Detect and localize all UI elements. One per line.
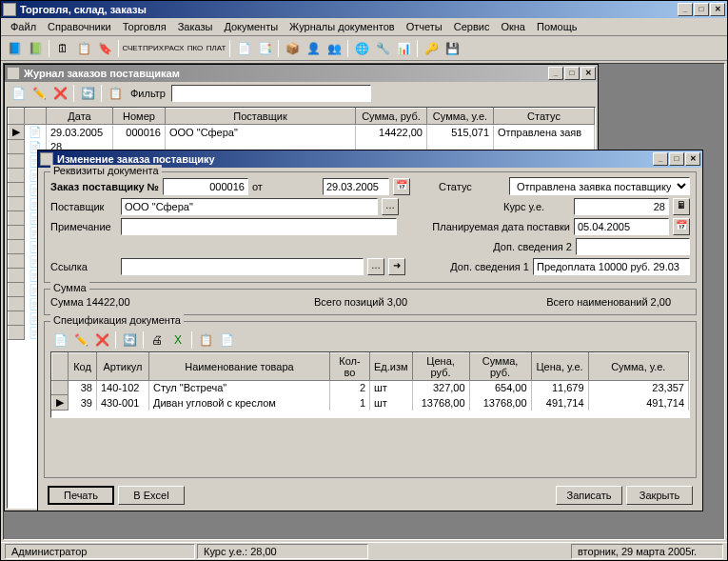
toolbar-btn[interactable]: 🔑 (422, 39, 441, 58)
menu-windows[interactable]: Окна (495, 19, 531, 34)
toolbar-btn[interactable]: 📘 (5, 39, 24, 58)
journal-titlebar: Журнал заказов поставщикам _ □ ✕ (5, 65, 598, 82)
toolbar-btn[interactable]: 🗓 (53, 39, 72, 58)
maximize-button[interactable]: □ (669, 152, 684, 166)
journal-toolbar: 📄 ✏️ ❌ 🔄 📋 Фильтр (5, 82, 598, 105)
positions-value: Всего позиций 3,00 (259, 296, 463, 308)
refresh-icon[interactable]: 🔄 (120, 331, 139, 350)
edit-icon[interactable]: ✏️ (30, 84, 49, 103)
print-icon[interactable]: 🖨 (148, 331, 167, 350)
excel-button[interactable]: В Excel (118, 486, 185, 505)
rate-label: Курс у.е. (503, 201, 570, 212)
note-label: Примечание (50, 221, 117, 232)
info2-input[interactable] (576, 238, 690, 255)
group-label: Сумма (50, 282, 89, 293)
maximize-button[interactable]: □ (694, 3, 709, 16)
status-rate: Курс у.е.: 28,00 (197, 544, 368, 559)
toolbar-btn[interactable]: 🔧 (373, 39, 392, 58)
spec-toolbar: 📄 ✏️ ❌ 🔄 🖨 X 📋 📄 (50, 329, 690, 351)
excel-icon[interactable]: X (168, 331, 187, 350)
menu-documents[interactable]: Документы (218, 19, 284, 34)
edit-icon[interactable]: ✏️ (71, 331, 90, 350)
save-button[interactable]: Записать (556, 486, 622, 505)
new-icon[interactable]: 📄 (9, 84, 28, 103)
minimize-button[interactable]: _ (548, 67, 563, 80)
status-user: Администратор (5, 544, 195, 559)
close-button[interactable]: ✕ (685, 152, 700, 166)
menu-dictionaries[interactable]: Справочники (42, 19, 117, 34)
calendar-icon[interactable]: 📅 (393, 178, 410, 195)
note-input[interactable] (121, 218, 397, 235)
calendar-icon[interactable]: 📅 (673, 218, 690, 235)
goto-icon[interactable]: ➜ (388, 258, 405, 275)
lookup-icon[interactable]: … (382, 198, 399, 215)
new-icon[interactable]: 📄 (50, 331, 69, 350)
toolbar-btn[interactable]: 📗 (26, 39, 45, 58)
toolbar-btn[interactable]: 👥 (325, 39, 344, 58)
rate-input[interactable] (574, 198, 669, 215)
toolbar-btn[interactable]: 👤 (304, 39, 323, 58)
group-label: Спецификация документа (50, 314, 184, 326)
table-row[interactable]: ▶39430-001Диван угловой с креслом1шт1376… (52, 395, 689, 411)
toolbar-btn[interactable]: СЧЕТ (123, 39, 142, 58)
close-button[interactable]: ✕ (580, 67, 596, 80)
menu-journals[interactable]: Журналы документов (284, 19, 401, 34)
menu-trade[interactable]: Торговля (117, 19, 172, 34)
menu-help[interactable]: Помощь (531, 19, 583, 34)
from-label: от (252, 181, 319, 192)
spec-grid[interactable]: Код Артикул Наименование товара Кол-во Е… (50, 351, 690, 418)
toolbar-btn[interactable]: 📊 (394, 39, 413, 58)
toolbar-btn[interactable]: 🌐 (352, 39, 371, 58)
refresh-icon[interactable]: 🔄 (78, 84, 97, 103)
toolbar-btn[interactable]: 📦 (283, 39, 302, 58)
close-button[interactable]: Закрыть (626, 486, 693, 505)
status-select[interactable]: Отправлена заявка поставщику (509, 177, 690, 195)
order-date-input[interactable] (323, 178, 389, 195)
filter-icon[interactable]: 📋 (106, 84, 125, 103)
toolbar-btn[interactable]: 📋 (74, 39, 93, 58)
toolbar-btn[interactable]: 📑 (255, 39, 274, 58)
toolbar-btn[interactable]: РАСХ (165, 39, 184, 58)
menu-reports[interactable]: Отчеты (401, 19, 448, 34)
order-num-input[interactable] (163, 178, 248, 195)
info2-label: Доп. сведения 2 (493, 241, 572, 252)
table-row[interactable]: 38140-102Стул "Встреча"2шт327,00654,0011… (52, 381, 689, 395)
paste-icon[interactable]: 📄 (217, 331, 236, 350)
toolbar-btn[interactable]: ПРИХ (144, 39, 163, 58)
toolbar-btn[interactable]: 🔖 (95, 39, 114, 58)
supplier-input[interactable] (121, 198, 378, 215)
main-titlebar: Торговля, склад, заказы _ □ ✕ (1, 1, 727, 18)
table-row[interactable]: ▶📄29.03.2005000016ООО "Сфера"14422,00515… (9, 125, 595, 140)
main-toolbar: 📘 📗 🗓 📋 🔖 СЧЕТ ПРИХ РАСХ ПКО ПЛАТ 📄 📑 📦 … (1, 36, 727, 61)
info1-input[interactable] (533, 258, 690, 275)
spec-group: Спецификация документа 📄 ✏️ ❌ 🔄 🖨 X 📋 📄 (44, 321, 697, 478)
lookup-icon[interactable]: … (367, 258, 384, 275)
link-label: Ссылка (50, 261, 117, 272)
toolbar-btn[interactable]: ПЛАТ (207, 39, 226, 58)
toolbar-btn[interactable]: ПКО (186, 39, 205, 58)
close-button[interactable]: ✕ (710, 3, 725, 16)
menu-file[interactable]: Файл (5, 19, 42, 34)
delete-icon[interactable]: ❌ (50, 84, 69, 103)
filter-input[interactable] (171, 85, 371, 102)
supplier-label: Поставщик (50, 201, 117, 212)
main-menubar: Файл Справочники Торговля Заказы Докумен… (1, 18, 727, 36)
maximize-button[interactable]: □ (564, 67, 580, 80)
calc-icon[interactable]: 🖩 (673, 198, 690, 215)
status-label: Статус (439, 181, 505, 192)
statusbar: Администратор Курс у.е.: 28,00 вторник, … (1, 542, 727, 560)
info1-label: Доп. сведения 1 (450, 261, 529, 272)
minimize-button[interactable]: _ (653, 152, 668, 166)
minimize-button[interactable]: _ (678, 3, 693, 16)
menu-service[interactable]: Сервис (448, 19, 496, 34)
menu-orders[interactable]: Заказы (172, 19, 219, 34)
print-button[interactable]: Печать (48, 486, 114, 505)
shipdate-input[interactable] (574, 218, 669, 235)
copy-icon[interactable]: 📋 (196, 331, 215, 350)
delete-icon[interactable]: ❌ (92, 331, 111, 350)
window-icon (7, 67, 20, 80)
toolbar-btn[interactable]: 📄 (234, 39, 253, 58)
toolbar-btn[interactable]: 💾 (443, 39, 462, 58)
journal-title: Журнал заказов поставщикам (24, 68, 548, 79)
link-input[interactable] (121, 258, 364, 275)
